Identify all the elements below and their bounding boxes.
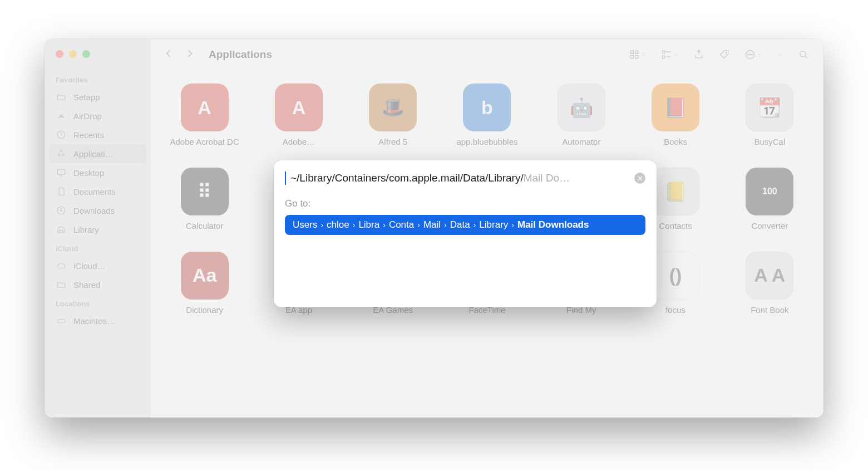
app-item[interactable]: 📆BusyCal bbox=[729, 84, 810, 148]
sidebar-item-downloads[interactable]: Downloads bbox=[45, 201, 151, 220]
chevron-right-icon: › bbox=[417, 220, 420, 229]
sidebar-item-setapp[interactable]: Setapp bbox=[45, 87, 151, 106]
airdrop-icon bbox=[56, 110, 67, 121]
sidebar-item-applications[interactable]: Applicati… bbox=[49, 144, 146, 163]
app-label: app.bluebubbles bbox=[456, 137, 517, 148]
sidebar-item-shared[interactable]: Shared bbox=[45, 275, 151, 294]
minimize-button[interactable] bbox=[69, 50, 77, 58]
crumb-segment: Users bbox=[293, 219, 317, 230]
path-completion: Mail Do… bbox=[524, 172, 570, 184]
app-item[interactable]: 🎩Alfred 5 bbox=[353, 84, 433, 148]
app-icon: A A bbox=[746, 252, 793, 300]
app-label: Automator bbox=[562, 137, 600, 148]
doc-icon bbox=[56, 186, 67, 197]
sidebar-item-label: Setapp bbox=[73, 92, 100, 102]
app-label: Adobe Acrobat DC bbox=[170, 137, 239, 148]
svg-point-11 bbox=[726, 52, 727, 53]
app-label: Calculator bbox=[186, 221, 224, 232]
sidebar-section-icloud: iCloud bbox=[45, 239, 151, 256]
crumb-segment: Libra bbox=[358, 219, 379, 230]
app-item[interactable]: 📕Books bbox=[635, 84, 716, 148]
svg-rect-10 bbox=[663, 56, 665, 58]
back-button[interactable] bbox=[161, 46, 176, 63]
app-item[interactable]: AAdobe… bbox=[258, 84, 339, 148]
app-icon: 📆 bbox=[746, 84, 793, 131]
path-typed: ~/Library/Containers/com.apple.mail/Data… bbox=[290, 172, 524, 184]
sidebar-item-label: Downloads bbox=[73, 206, 115, 215]
app-icon: A bbox=[275, 84, 323, 131]
app-item[interactable]: A AFont Book bbox=[729, 252, 810, 316]
crumb-segment: Library bbox=[479, 219, 508, 230]
app-item[interactable]: 🤖Automator bbox=[541, 84, 622, 148]
svg-rect-6 bbox=[635, 51, 638, 53]
app-icon: ⠿ bbox=[181, 168, 229, 215]
group-button[interactable] bbox=[657, 47, 683, 62]
zoom-button[interactable] bbox=[82, 50, 90, 58]
sidebar-item-label: Recents bbox=[73, 130, 104, 140]
download-icon bbox=[56, 205, 67, 216]
sidebar-item-label: Desktop bbox=[73, 168, 104, 178]
share-button[interactable] bbox=[689, 47, 709, 62]
desktop-icon bbox=[56, 167, 67, 178]
app-item[interactable]: bapp.bluebubbles bbox=[447, 84, 527, 148]
sidebar-item-airdrop[interactable]: AirDrop bbox=[45, 106, 151, 125]
crumb-segment: Mail bbox=[423, 219, 441, 230]
svg-rect-8 bbox=[635, 55, 638, 58]
app-item[interactable]: ⠿Calculator bbox=[164, 168, 245, 232]
close-button[interactable] bbox=[56, 50, 63, 58]
chevron-right-icon: › bbox=[320, 220, 323, 229]
folder-icon bbox=[56, 91, 67, 102]
goto-folder-dialog: ~/Library/Containers/com.apple.mail/Data… bbox=[274, 160, 657, 307]
svg-rect-5 bbox=[630, 51, 633, 53]
app-label: Font Book bbox=[751, 305, 788, 316]
svg-point-15 bbox=[752, 54, 753, 55]
goto-suggestion-row[interactable]: Users›chloe›Libra›Conta›Mail›Data›Librar… bbox=[285, 215, 645, 235]
app-item[interactable]: 100Converter bbox=[729, 168, 810, 232]
sidebar: Favorites Setapp AirDrop Recents Applica… bbox=[45, 39, 151, 418]
svg-point-13 bbox=[748, 54, 749, 55]
finder-window: Favorites Setapp AirDrop Recents Applica… bbox=[45, 39, 823, 418]
goto-path-input[interactable]: ~/Library/Containers/com.apple.mail/Data… bbox=[285, 171, 645, 185]
path-text: ~/Library/Containers/com.apple.mail/Data… bbox=[290, 172, 629, 184]
apps-icon bbox=[56, 148, 67, 159]
sidebar-item-label: AirDrop bbox=[73, 111, 102, 121]
sidebar-item-library[interactable]: Library bbox=[45, 220, 151, 239]
svg-rect-2 bbox=[57, 170, 65, 175]
sidebar-item-documents[interactable]: Documents bbox=[45, 182, 151, 201]
sidebar-item-label: Documents bbox=[73, 187, 116, 197]
sidebar-item-icloud[interactable]: iCloud… bbox=[45, 256, 151, 275]
app-item[interactable]: AaDictionary bbox=[164, 252, 245, 316]
app-label: Converter bbox=[751, 221, 788, 232]
sidebar-section-locations: Locations bbox=[45, 294, 151, 311]
window-title: Applications bbox=[209, 48, 272, 61]
chevron-right-icon: › bbox=[383, 220, 386, 229]
sidebar-item-recents[interactable]: Recents bbox=[45, 125, 151, 144]
forward-button[interactable] bbox=[182, 46, 198, 63]
svg-rect-7 bbox=[630, 55, 633, 58]
app-label: Dictionary bbox=[186, 305, 223, 316]
actions-button[interactable] bbox=[740, 47, 767, 62]
crumb-segment: chloe bbox=[327, 219, 349, 230]
sidebar-item-desktop[interactable]: Desktop bbox=[45, 163, 151, 182]
app-icon: A bbox=[181, 84, 229, 131]
app-icon: b bbox=[463, 84, 511, 131]
sidebar-item-label: Shared bbox=[73, 280, 100, 290]
app-icon: 🎩 bbox=[369, 84, 417, 131]
crumb-segment: Data bbox=[450, 219, 470, 230]
expand-button[interactable] bbox=[772, 47, 788, 62]
sidebar-item-label: Library bbox=[73, 225, 99, 234]
app-item[interactable]: AAdobe Acrobat DC bbox=[164, 84, 245, 148]
chevron-right-icon: › bbox=[444, 220, 447, 229]
window-traffic-lights bbox=[45, 49, 151, 70]
clear-button[interactable]: ✕ bbox=[634, 173, 645, 184]
svg-point-16 bbox=[800, 51, 806, 57]
app-icon: 🤖 bbox=[558, 84, 605, 131]
app-icon: 📒 bbox=[652, 168, 699, 215]
search-button[interactable] bbox=[793, 47, 813, 62]
app-label: BusyCal bbox=[754, 137, 785, 148]
sidebar-item-label: iCloud… bbox=[73, 261, 106, 271]
tags-button[interactable] bbox=[714, 47, 734, 62]
sidebar-item-label: Macintos… bbox=[73, 316, 115, 326]
view-mode-button[interactable] bbox=[624, 47, 651, 62]
sidebar-item-macintosh[interactable]: Macintos… bbox=[45, 311, 151, 330]
